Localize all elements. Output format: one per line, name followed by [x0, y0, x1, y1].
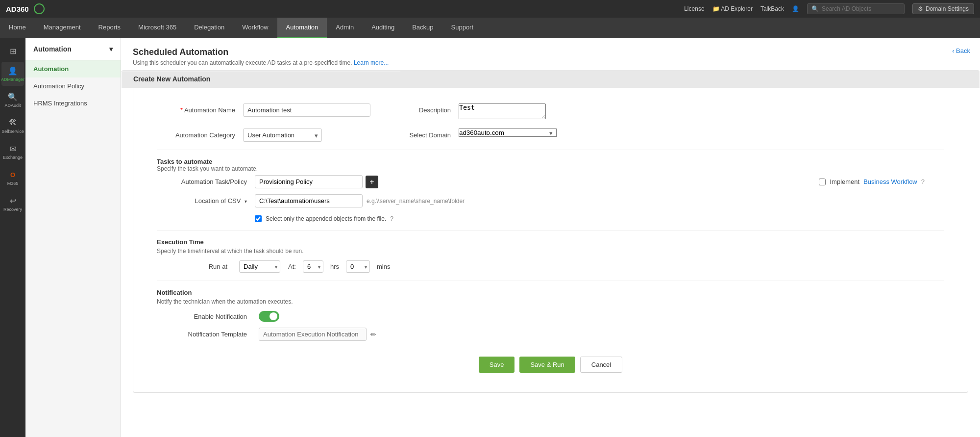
nav-workflow[interactable]: Workflow	[233, 18, 277, 38]
back-button[interactable]: ‹ Back	[942, 38, 980, 63]
nav-backup[interactable]: Backup	[403, 18, 442, 38]
content-header-row: Scheduled Automation Using this schedule…	[121, 38, 980, 72]
sidebar-item-automation-policy[interactable]: Automation Policy	[25, 77, 121, 95]
apps-icon: ⊞	[8, 46, 18, 56]
nav-management[interactable]: Management	[35, 18, 90, 38]
automation-name-input[interactable]	[243, 103, 370, 117]
run-at-label: Run at	[157, 263, 235, 270]
hrs-label: hrs	[330, 263, 339, 270]
icon-selfservice[interactable]: 🛠 SelfService	[1, 114, 24, 138]
adaudit-icon: 🔍	[8, 92, 18, 102]
csv-label: Location of CSV ▾	[157, 197, 255, 205]
automation-name-label: * Automation Name	[145, 103, 243, 114]
icon-recovery[interactable]: ↩ Recovery	[1, 192, 24, 216]
talkback-link[interactable]: TalkBack	[760, 5, 784, 12]
select-domain-label: Select Domain	[400, 129, 459, 139]
hrs-select[interactable]: 6 012345 789	[303, 260, 323, 273]
ad-explorer-link[interactable]: 📁 AD Explorer	[712, 5, 753, 12]
task-policy-row: Automation Task/Policy + Implement Busin…	[157, 175, 944, 188]
sidebar-item-hrms-integrations[interactable]: HRMS Integrations	[25, 95, 121, 112]
icon-apps[interactable]: ⊞	[1, 42, 24, 60]
execution-subtitle: Specify the time/interval at which the t…	[157, 248, 944, 255]
chevron-down-icon: ▾	[109, 45, 113, 53]
learn-more-link[interactable]: Learn more...	[354, 59, 389, 66]
appended-objects-checkbox[interactable]	[255, 215, 262, 222]
icon-adaudit[interactable]: 🔍 ADAudit	[1, 88, 24, 112]
exchange-icon: ✉	[8, 144, 18, 154]
appended-objects-label: Select only the appended objects from th…	[266, 215, 386, 222]
nav-auditing[interactable]: Auditing	[363, 18, 403, 38]
automation-category-field: User Automation Computer Automation Grou…	[243, 129, 370, 142]
run-at-select-wrapper: Daily Weekly Monthly Once	[239, 260, 280, 273]
notification-subtitle: Notify the technician when the automatio…	[157, 298, 944, 305]
logo-icon	[34, 3, 45, 14]
logo: AD360	[6, 5, 29, 13]
description-textarea[interactable]: Test	[459, 103, 546, 119]
nav-admin[interactable]: Admin	[327, 18, 363, 38]
admanager-icon: 👤	[8, 66, 18, 76]
save-run-button[interactable]: Save & Run	[519, 357, 575, 373]
description-label: Description	[400, 103, 459, 114]
domain-select[interactable]: ad360auto.com	[459, 129, 557, 137]
csv-input-group: e.g.\\server_name\share_name\folder	[255, 194, 465, 207]
category-select-wrapper: User Automation Computer Automation Grou…	[243, 129, 322, 142]
toggle-slider	[259, 311, 279, 322]
domain-field: ad360auto.com	[459, 129, 576, 137]
domain-settings-button[interactable]: ⚙ Domain Settings	[912, 3, 974, 14]
nav-home[interactable]: Home	[0, 18, 35, 38]
notification-section: Notification Notify the technician when …	[157, 289, 944, 341]
run-at-select[interactable]: Daily Weekly Monthly Once	[239, 260, 280, 273]
icon-m365[interactable]: O M365	[1, 166, 24, 190]
cancel-button[interactable]: Cancel	[580, 357, 622, 373]
action-bar: Save Save & Run Cancel	[145, 349, 956, 385]
tasks-subtitle: Specify the task you want to automate.	[157, 165, 944, 172]
automation-task-input[interactable]	[255, 175, 363, 188]
nav-automation[interactable]: Automation	[277, 18, 327, 38]
selfservice-icon: 🛠	[8, 118, 18, 128]
csv-dropdown-icon: ▾	[245, 199, 247, 204]
csv-path-input[interactable]	[255, 194, 363, 207]
tasks-title: Tasks to automate	[157, 158, 944, 165]
tasks-section: Tasks to automate Specify the task you w…	[157, 158, 944, 222]
implement-workflow-group: Implement Business Workflow ?	[819, 178, 944, 185]
edit-icon[interactable]: ✏	[370, 331, 376, 338]
sidebar-item-automation[interactable]: Automation	[25, 60, 121, 77]
notification-template-input[interactable]	[259, 328, 367, 341]
create-form: * Automation Name Description Test	[133, 96, 968, 392]
execution-section: Execution Time Specify the time/interval…	[157, 238, 944, 273]
appended-help-icon: ?	[390, 215, 393, 222]
page-subtitle: Using this scheduler you can automatical…	[133, 59, 389, 66]
implement-workflow-checkbox[interactable]	[819, 179, 826, 185]
nav-reports[interactable]: Reports	[90, 18, 130, 38]
appended-objects-row: Select only the appended objects from th…	[255, 213, 944, 222]
page-title: Scheduled Automation	[133, 47, 389, 57]
mins-label: mins	[377, 263, 390, 270]
sidebar-header: Automation ▾	[25, 38, 121, 60]
execution-title: Execution Time	[157, 238, 944, 246]
save-button[interactable]: Save	[479, 357, 515, 373]
license-link[interactable]: License	[684, 5, 704, 12]
notification-template-row: Notification Template ✏	[157, 328, 944, 341]
search-input[interactable]	[822, 5, 900, 12]
domain-group: Select Domain ad360auto.com	[400, 129, 576, 139]
business-workflow-link[interactable]: Business Workflow	[863, 178, 917, 185]
icon-admanager[interactable]: 👤 ADManager	[1, 62, 24, 86]
nav-support[interactable]: Support	[442, 18, 483, 38]
add-task-button[interactable]: +	[366, 176, 378, 188]
create-section-title: Create New Automation	[122, 70, 980, 88]
tasks-header: Tasks to automate Specify the task you w…	[157, 158, 944, 172]
nav-bar: Home Management Reports Microsoft 365 De…	[0, 18, 980, 38]
nav-microsoft365[interactable]: Microsoft 365	[129, 18, 185, 38]
search-box: 🔍	[807, 3, 905, 14]
automation-category-select[interactable]: User Automation Computer Automation Grou…	[243, 129, 322, 142]
nav-delegation[interactable]: Delegation	[185, 18, 233, 38]
category-domain-row: Automation Category User Automation Comp…	[145, 129, 956, 142]
automation-category-label: Automation Category	[145, 129, 243, 139]
description-field: Test	[459, 103, 576, 121]
mins-select[interactable]: 05101520	[346, 260, 370, 273]
top-bar-left: AD360	[6, 3, 45, 14]
notification-toggle[interactable]	[259, 311, 279, 322]
user-avatar[interactable]: 👤	[792, 5, 799, 12]
icon-exchange[interactable]: ✉ Exchange	[1, 140, 24, 164]
required-star: *	[180, 106, 183, 114]
